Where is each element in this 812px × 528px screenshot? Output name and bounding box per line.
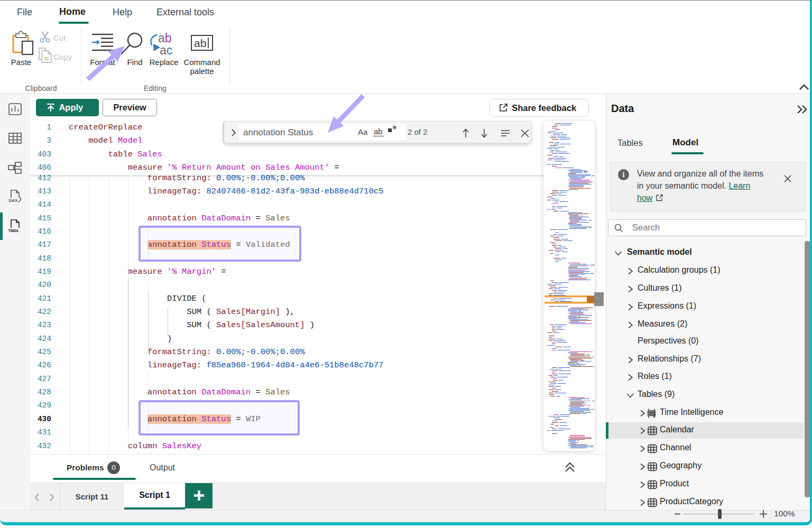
svg-text:ab: ab	[194, 37, 206, 49]
svg-text:DAX: DAX	[9, 198, 19, 203]
svg-text:ac: ac	[160, 43, 172, 57]
svg-text:TMDL: TMDL	[8, 228, 20, 233]
